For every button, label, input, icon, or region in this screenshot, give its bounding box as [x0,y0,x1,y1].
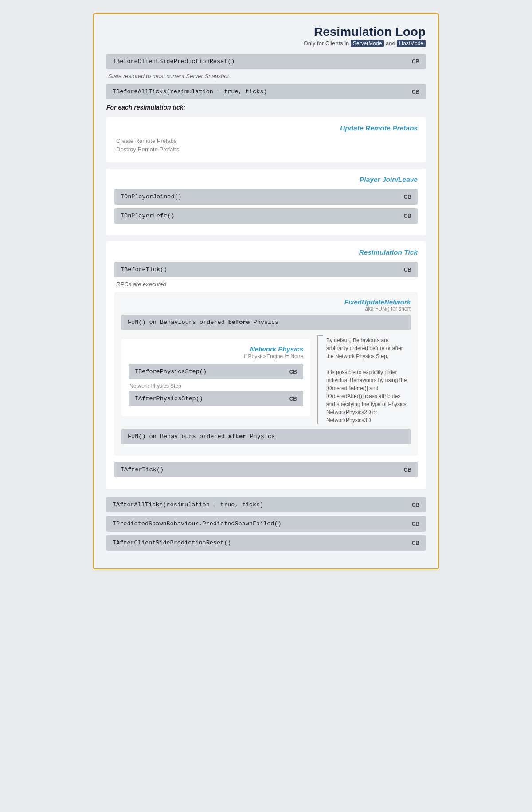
cb-badge-2: CB [412,89,419,95]
main-container: Resimulation Loop Only for Clients in Se… [93,13,439,569]
after-all-ticks-label: IAfterAllTicks(resimulation = true, tick… [113,501,263,508]
fixed-update-sub: aka FUN() for short [121,306,411,312]
fun-before-bold: before [228,319,250,326]
network-physics-header: Network Physics If PhysicsEngine != None [129,345,303,359]
after-client-reset-label: IAfterClientSidePredictionReset() [113,540,231,546]
before-tick-row: IBeforeTick() CB [114,262,418,277]
after-tick-row: IAfterTick() CB [114,462,418,477]
brace [317,335,323,424]
bottom-bars: IAfterAllTicks(resimulation = true, tick… [106,497,426,551]
cb-badge-3: CB [404,194,411,200]
fun-after-box: FUN() on Behaviours ordered after Physic… [121,429,411,444]
subtitle-pre: Only for Clients in [304,40,349,47]
on-player-left-row: IOnPlayerLeft() CB [114,208,418,224]
server-mode-badge: ServerMode [351,40,384,47]
cb-badge-10: CB [412,521,419,527]
before-tick-label: IBeforeTick() [121,266,167,273]
cb-badge-7: CB [289,396,297,402]
rpcs-executed-text: RPCs are executed [116,281,418,288]
network-physics-title: Network Physics [129,345,303,353]
host-mode-badge: HostMode [397,40,426,47]
fixed-update-panel: FixedUpdateNetwork aka FUN() for short F… [114,292,418,456]
cb-badge-9: CB [412,502,419,508]
resimulation-tick-panel: Resimulation Tick IBeforeTick() CB RPCs … [106,241,426,489]
fun-before-box: FUN() on Behaviours ordered before Physi… [121,315,411,330]
cb-badge-4: CB [404,213,411,219]
predicted-spawn-label: IPredictedSpawnBehaviour.PredictedSpawnF… [113,520,282,527]
np-left: Network Physics If PhysicsEngine != None… [121,335,310,421]
after-tick-label: IAfterTick() [121,466,164,473]
side-note-text: By default, Behaviours are arbitrarily o… [326,336,411,424]
header-subtitle: Only for Clients in ServerMode and HostM… [106,40,426,47]
before-all-ticks-row: IBeforeAllTicks(resimulation = true, tic… [106,84,426,99]
cb-badge-5: CB [404,267,411,273]
cb-badge-11: CB [412,540,419,546]
on-player-joined-label: IOnPlayerJoined() [121,193,182,200]
player-join-leave-title: Player Join/Leave [114,176,418,184]
player-join-leave-panel: Player Join/Leave IOnPlayerJoined() CB I… [106,169,426,235]
network-physics-flex: Network Physics If PhysicsEngine != None… [121,335,411,424]
before-client-reset-row: IBeforeClientSidePredictionReset() CB [106,54,426,69]
network-physics-step-text: Network Physics Step [129,383,303,389]
before-client-reset-label: IBeforeClientSidePredictionReset() [113,58,235,65]
cb-badge-1: CB [412,59,419,65]
before-physics-step-label: IBeforePhysicsStep() [135,368,207,375]
after-client-reset-row: IAfterClientSidePredictionReset() CB [106,535,426,551]
fun-before-text: FUN() on Behaviours ordered before Physi… [128,319,278,326]
destroy-remote-prefabs: Destroy Remote Prefabs [116,146,418,153]
side-note-container: By default, Behaviours are arbitrarily o… [317,335,411,424]
fixed-update-header: FixedUpdateNetwork aka FUN() for short [121,298,411,312]
on-player-joined-row: IOnPlayerJoined() CB [114,189,418,205]
state-restored-text: State restored to most current Server Sn… [108,73,426,79]
after-physics-step-row: IAfterPhysicsStep() CB [129,391,303,406]
on-player-left-label: IOnPlayerLeft() [121,213,175,219]
fun-after-text: FUN() on Behaviours ordered after Physic… [128,433,275,440]
cb-badge-8: CB [404,467,411,473]
before-physics-step-row: IBeforePhysicsStep() CB [129,364,303,379]
create-remote-prefabs: Create Remote Prefabs [116,138,418,144]
network-physics-section: Network Physics If PhysicsEngine != None… [121,339,310,416]
page-title: Resimulation Loop [106,25,426,39]
cb-badge-6: CB [289,369,297,375]
after-physics-step-label: IAfterPhysicsStep() [135,395,203,402]
update-remote-prefabs-title: Update Remote Prefabs [114,124,418,132]
before-all-ticks-label: IBeforeAllTicks(resimulation = true, tic… [113,88,267,95]
header: Resimulation Loop Only for Clients in Se… [106,25,426,47]
fixed-update-title: FixedUpdateNetwork [121,298,411,306]
resimulation-tick-title: Resimulation Tick [114,248,418,256]
predicted-spawn-row: IPredictedSpawnBehaviour.PredictedSpawnF… [106,516,426,532]
update-remote-prefabs-panel: Update Remote Prefabs Create Remote Pref… [106,117,426,162]
subtitle-mid: and [386,40,395,47]
network-physics-if: If PhysicsEngine != None [129,353,303,359]
after-all-ticks-row: IAfterAllTicks(resimulation = true, tick… [106,497,426,512]
fun-after-bold: after [228,433,246,440]
for-each-label: For each resimulation tick: [106,104,426,111]
